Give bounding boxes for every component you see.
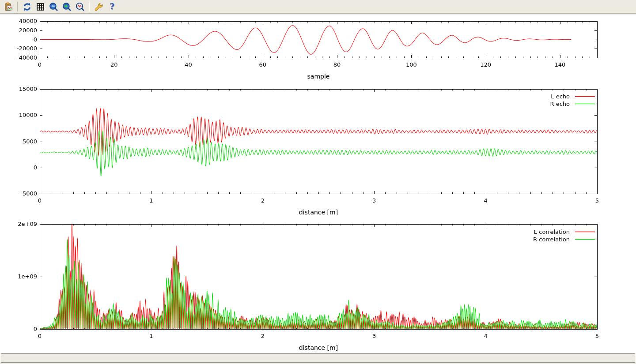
zoom-next-button[interactable] [61,1,72,12]
zoom-autoscale-icon [76,2,85,11]
legend-line-sample [575,100,595,108]
y-tick-label: 0 [2,37,37,43]
y-tick-label: 5000 [2,139,37,145]
configure-button[interactable] [93,1,104,12]
legend-entry: L correlation [533,228,595,236]
x-tick-label: 5 [584,198,610,204]
x-tick-label: 5 [584,333,610,339]
toggle-grid-button[interactable] [34,1,46,12]
zoom-previous-icon [49,2,58,11]
y-tick-label: 10000 [2,112,37,118]
legend-label: R correlation [533,236,570,243]
legend-entry: R echo [550,100,595,108]
echo-plot[interactable] [0,81,636,218]
status-bar [1,353,635,363]
x-tick-label: 3 [361,333,387,339]
toolbar: ? ? [0,0,636,14]
legend: L correlation R correlation [533,228,595,243]
x-tick-label: 3 [361,198,387,204]
y-tick-label: 2e+09 [2,221,37,227]
y-tick-label: 20000 [2,27,37,34]
x-tick-label: 80 [324,62,350,68]
legend-entry: R correlation [533,236,595,243]
x-tick-label: 4 [473,198,499,204]
refresh-icon [23,2,32,11]
x-tick-label: 140 [547,62,573,68]
sample-waveform-plot[interactable] [0,15,636,81]
x-tick-label: 2 [250,333,276,339]
x-tick-label: 1 [138,333,164,339]
y-tick-label: 40000 [2,18,37,24]
x-axis-title: distance [m] [40,345,597,351]
legend: L echo R echo [550,93,595,108]
x-tick-label: 1 [138,198,164,204]
y-tick-label: -5000 [2,191,37,197]
legend-line-sample [575,236,595,243]
autoscale-button[interactable] [74,1,86,12]
x-tick-label: 4 [473,333,499,339]
echo-signals-chart: distance [m] L echo R echo 012345-500005… [0,81,636,218]
help-button[interactable]: ? ? [106,1,117,12]
y-tick-label: 0 [2,326,37,332]
x-tick-label: 2 [250,198,276,204]
excitation-waveform-chart: sample 020406080100120140-40000-20000020… [0,15,636,81]
copy-to-clipboard-button[interactable] [3,1,14,12]
y-tick-label: -20000 [2,45,37,52]
y-tick-label: 1e+09 [2,274,37,280]
legend-line-sample [575,228,595,236]
x-tick-label: 40 [175,62,202,68]
legend-label: L correlation [534,229,570,235]
legend-line-sample [575,93,595,100]
zoom-next-icon [62,2,72,11]
x-axis-title: distance [m] [40,209,597,215]
x-axis-title: sample [40,73,597,79]
legend-label: L echo [551,93,570,100]
x-tick-label: 60 [250,62,276,68]
clipboard-plot-icon [4,2,13,11]
x-tick-label: 0 [26,333,53,339]
x-tick-label: 120 [473,62,499,68]
grid-icon [36,2,45,11]
replot-button[interactable] [21,1,33,12]
y-tick-label: 0 [2,165,37,171]
x-tick-label: 0 [26,198,53,204]
x-tick-label: 100 [398,62,424,68]
toolbar-separator [17,2,18,11]
legend-label: R echo [550,101,570,107]
y-tick-label: 15000 [2,86,37,92]
wrench-icon [94,2,103,11]
zoom-previous-button[interactable] [48,1,59,12]
legend-entry: L echo [550,93,595,100]
plot-canvas-area: sample 020406080100120140-40000-20000020… [0,15,636,353]
svg-text:?: ? [110,2,114,11]
x-tick-label: 20 [101,62,127,68]
correlation-chart: distance [m] L correlation R correlation… [0,218,636,353]
y-tick-label: -40000 [2,55,37,61]
help-icon: ? ? [107,2,117,11]
x-tick-label: 0 [26,62,53,68]
toolbar-separator [89,2,90,11]
